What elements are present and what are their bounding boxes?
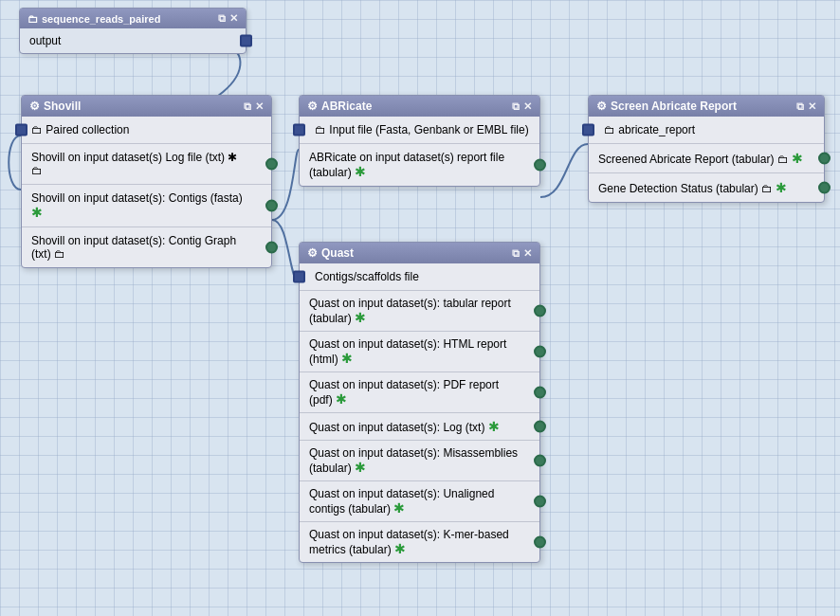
quast-out1-label: Quast on input dataset(s): tabular repor… xyxy=(309,297,511,325)
shovill-out3-port[interactable] xyxy=(265,242,278,254)
gear-icon-screen: ⚙ xyxy=(596,100,607,113)
abricate-card: ⚙ ABRicate ⧉ ✕ 🗀 Input file (Fasta, Genb… xyxy=(299,95,540,187)
quast-output-7: Quast on input dataset(s): K-mer-based m… xyxy=(300,522,539,562)
quast-header: ⚙ Quast ⧉ ✕ xyxy=(300,243,539,263)
reads-header-icons[interactable]: ⧉ ✕ xyxy=(218,12,238,25)
shovill-input-port[interactable] xyxy=(15,124,27,136)
abricate-out1-port[interactable] xyxy=(534,159,546,172)
folder-icon: 🗀 xyxy=(31,123,43,136)
copy-btn-quast[interactable]: ⧉ xyxy=(512,247,520,260)
shovill-out2-label: Shovill on input dataset(s): Contigs (fa… xyxy=(31,191,243,205)
shovill-out2-port[interactable] xyxy=(265,200,278,212)
quast-out6-port[interactable] xyxy=(534,496,546,508)
quast-out4-asterisk: ✱ xyxy=(488,419,500,434)
shovill-header: ⚙ Shovill ⧉ ✕ xyxy=(22,96,271,117)
reads-title: sequence_reads_paired xyxy=(42,13,160,25)
shovill-title: Shovill xyxy=(44,100,81,113)
close-btn-shovill[interactable]: ✕ xyxy=(255,100,264,113)
quast-output-1: Quast on input dataset(s): tabular repor… xyxy=(300,291,539,332)
shovill-output-3: Shovill on input dataset(s): Contig Grap… xyxy=(22,227,271,267)
folder-icon: 🗀 xyxy=(31,164,43,177)
gear-icon-shovill: ⚙ xyxy=(29,100,40,113)
quast-output-3: Quast on input dataset(s): PDF report (p… xyxy=(300,372,539,413)
quast-output-4: Quast on input dataset(s): Log (txt) ✱ xyxy=(300,413,539,441)
shovill-header-left: ⚙ Shovill xyxy=(29,100,81,113)
abricate-output-1: ABRicate on input dataset(s) report file… xyxy=(300,144,539,186)
abricate-header-icons[interactable]: ⧉ ✕ xyxy=(512,100,532,113)
screen-out2-port[interactable] xyxy=(818,182,831,194)
abricate-out1-asterisk: ✱ xyxy=(355,164,366,179)
screen-out1-label: Screened Abricate Report (tabular) xyxy=(598,153,774,166)
close-btn-screen[interactable]: ✕ xyxy=(808,100,816,113)
quast-input-label: Contigs/scaffolds file xyxy=(315,270,419,283)
quast-out7-asterisk: ✱ xyxy=(394,541,406,556)
reads-output-port[interactable] xyxy=(240,35,252,47)
shovill-card: ⚙ Shovill ⧉ ✕ 🗀 Paired collection Shovil… xyxy=(21,95,272,268)
shovill-out1-port[interactable] xyxy=(265,158,278,171)
shovill-header-icons[interactable]: ⧉ ✕ xyxy=(244,100,264,113)
screen-output-1: Screened Abricate Report (tabular) 🗀 ✱ xyxy=(589,144,824,173)
quast-out4-port[interactable] xyxy=(534,421,546,433)
screen-abricate-card: ⚙ Screen Abricate Report ⧉ ✕ 🗀 abricate_… xyxy=(588,95,825,203)
close-btn-abricate[interactable]: ✕ xyxy=(523,100,532,113)
quast-header-left: ⚙ Quast xyxy=(307,246,354,260)
shovill-input-section: 🗀 Paired collection xyxy=(22,117,271,144)
quast-out5-port[interactable] xyxy=(534,455,546,467)
quast-out3-port[interactable] xyxy=(534,387,546,399)
folder-icon: 🗀 xyxy=(761,182,773,195)
quast-out4-label: Quast on input dataset(s): Log (txt) xyxy=(309,421,484,434)
reads-header-left: 🗀 sequence_reads_paired xyxy=(27,13,160,25)
screen-out1-asterisk: ✱ xyxy=(792,151,803,166)
folder-icon: 🗀 xyxy=(315,123,326,136)
close-btn-reads[interactable]: ✕ xyxy=(229,12,238,25)
quast-out5-asterisk: ✱ xyxy=(355,460,366,475)
abricate-out1-label: ABRicate on input dataset(s) report file… xyxy=(309,151,504,179)
quast-out3-asterisk: ✱ xyxy=(336,391,347,407)
quast-title: Quast xyxy=(321,246,354,260)
quast-card: ⚙ Quast ⧉ ✕ Contigs/scaffolds file Quast… xyxy=(299,242,540,563)
reads-output-row: output xyxy=(20,28,246,53)
abricate-header: ⚙ ABRicate ⧉ ✕ xyxy=(300,96,539,117)
quast-out1-asterisk: ✱ xyxy=(355,310,366,325)
quast-out2-port[interactable] xyxy=(534,346,546,358)
copy-btn-abricate[interactable]: ⧉ xyxy=(512,100,520,113)
screen-abricate-header: ⚙ Screen Abricate Report ⧉ ✕ xyxy=(589,96,824,117)
gear-icon-abricate: ⚙ xyxy=(307,100,318,113)
quast-input-port[interactable] xyxy=(293,271,305,283)
quast-out7-label: Quast on input dataset(s): K-mer-based m… xyxy=(309,528,509,556)
abricate-input-section: 🗀 Input file (Fasta, Genbank or EMBL fil… xyxy=(300,117,539,144)
quast-out7-port[interactable] xyxy=(534,536,546,549)
screen-abricate-title: Screen Abricate Report xyxy=(611,100,737,113)
shovill-out1-label: Shovill on input dataset(s) Log file (tx… xyxy=(31,151,225,164)
close-btn-quast[interactable]: ✕ xyxy=(523,247,532,260)
copy-btn-reads[interactable]: ⧉ xyxy=(218,12,226,25)
screen-out2-label: Gene Detection Status (tabular) xyxy=(598,182,758,195)
quast-out6-asterisk: ✱ xyxy=(393,500,405,516)
node-sequence-reads: 🗀 sequence_reads_paired ⧉ ✕ output xyxy=(19,8,247,54)
screen-input-label: abricate_report xyxy=(618,123,695,136)
quast-out2-label: Quast on input dataset(s): HTML report (… xyxy=(309,337,506,366)
quast-input-section: Contigs/scaffolds file xyxy=(300,263,539,291)
quast-out5-label: Quast on input dataset(s): Misassemblies… xyxy=(309,446,518,475)
copy-btn-screen[interactable]: ⧉ xyxy=(796,100,804,113)
reads-output-label: output xyxy=(29,34,61,47)
folder-icon: 🗀 xyxy=(54,247,65,261)
screen-out2-asterisk: ✱ xyxy=(776,180,787,195)
reads-card: 🗀 sequence_reads_paired ⧉ ✕ output xyxy=(19,8,247,54)
abricate-header-left: ⚙ ABRicate xyxy=(307,100,372,113)
shovill-out1-asterisk: ✱ xyxy=(228,151,237,164)
screen-output-2: Gene Detection Status (tabular) 🗀 ✱ xyxy=(589,173,824,202)
copy-btn-shovill[interactable]: ⧉ xyxy=(244,100,251,113)
quast-header-icons[interactable]: ⧉ ✕ xyxy=(512,247,532,260)
gear-icon-quast: ⚙ xyxy=(307,246,318,260)
quast-out2-asterisk: ✱ xyxy=(341,351,353,366)
screen-abricate-header-left: ⚙ Screen Abricate Report xyxy=(596,100,737,113)
screen-out1-port[interactable] xyxy=(818,153,831,165)
shovill-output-2: Shovill on input dataset(s): Contigs (fa… xyxy=(22,185,271,227)
quast-out1-port[interactable] xyxy=(534,305,546,317)
screen-input-port[interactable] xyxy=(582,124,594,136)
abricate-input-label: Input file (Fasta, Genbank or EMBL file) xyxy=(329,123,528,136)
abricate-title: ABRicate xyxy=(321,100,372,113)
abricate-input-port[interactable] xyxy=(293,124,305,136)
screen-abricate-header-icons[interactable]: ⧉ ✕ xyxy=(796,100,816,113)
